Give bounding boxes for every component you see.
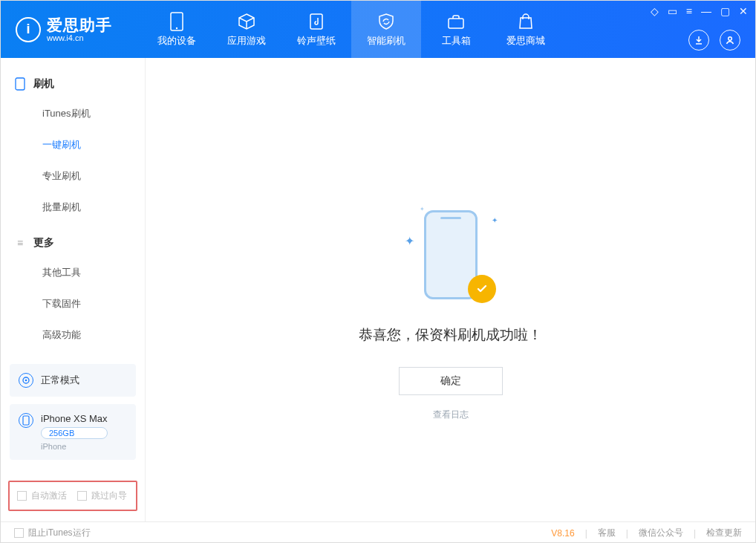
book-icon[interactable]: ▭ bbox=[668, 5, 677, 17]
sparkle-icon: ✦ bbox=[405, 234, 414, 248]
checkbox-auto-activate[interactable]: 自动激活 bbox=[17, 490, 67, 502]
checkbox-icon bbox=[77, 491, 87, 501]
section-title: 更多 bbox=[33, 236, 54, 250]
divider: | bbox=[626, 528, 628, 539]
sidebar-item-batch-flash[interactable]: 批量刷机 bbox=[1, 192, 145, 223]
mode-icon bbox=[19, 373, 33, 388]
maximize-button[interactable]: ▢ bbox=[720, 5, 730, 17]
checkbox-icon bbox=[14, 528, 24, 538]
device-subtype: iPhone bbox=[41, 442, 108, 451]
device-mode-card[interactable]: 正常模式 bbox=[10, 364, 136, 397]
device-capacity: 256GB bbox=[41, 427, 108, 439]
more-icon: ≡ bbox=[14, 237, 26, 249]
logo-icon: i bbox=[16, 17, 41, 42]
status-link-wechat[interactable]: 微信公众号 bbox=[639, 527, 683, 539]
svg-rect-8 bbox=[23, 416, 29, 425]
bag-icon bbox=[516, 12, 535, 31]
app-subtitle: www.i4.cn bbox=[47, 34, 112, 42]
tab-my-device[interactable]: 我的设备 bbox=[142, 1, 212, 58]
logo-text: 爱思助手 www.i4.cn bbox=[47, 17, 112, 42]
ok-button[interactable]: 确定 bbox=[399, 367, 503, 395]
version-label: V8.16 bbox=[551, 528, 574, 539]
checkbox-label: 阻止iTunes运行 bbox=[28, 527, 91, 539]
status-bar: 阻止iTunes运行 V8.16 | 客服 | 微信公众号 | 检查更新 bbox=[1, 521, 755, 543]
sidebar: 刷机 iTunes刷机 一键刷机 专业刷机 批量刷机 ≡ 更多 其他工具 下载固… bbox=[1, 58, 146, 521]
success-illustration: ✦ ✦ ✦ bbox=[400, 203, 501, 303]
sparkle-icon: ✦ bbox=[492, 216, 498, 224]
svg-point-7 bbox=[25, 380, 27, 382]
tab-label: 我的设备 bbox=[157, 34, 196, 48]
sidebar-item-advanced[interactable]: 高级功能 bbox=[1, 319, 145, 351]
svg-point-4 bbox=[729, 37, 732, 41]
tab-label: 应用游戏 bbox=[227, 34, 266, 48]
flash-options-highlight: 自动激活 跳过向导 bbox=[8, 481, 137, 511]
status-link-support[interactable]: 客服 bbox=[598, 527, 616, 539]
phone-small-icon bbox=[14, 78, 26, 90]
sidebar-item-other-tools[interactable]: 其他工具 bbox=[1, 257, 145, 288]
divider: | bbox=[585, 528, 587, 539]
checkbox-icon bbox=[17, 491, 27, 501]
view-log-link[interactable]: 查看日志 bbox=[433, 409, 469, 421]
sidebar-section-more: ≡ 更多 bbox=[1, 223, 145, 257]
tab-apps-games[interactable]: 应用游戏 bbox=[212, 1, 281, 58]
status-link-update[interactable]: 检查更新 bbox=[706, 527, 742, 539]
divider: | bbox=[694, 528, 696, 539]
tab-label: 工具箱 bbox=[442, 34, 471, 48]
refresh-shield-icon bbox=[377, 12, 396, 31]
logo-letter: i bbox=[26, 22, 30, 37]
tab-label: 铃声壁纸 bbox=[297, 34, 336, 48]
minimize-button[interactable]: — bbox=[701, 5, 711, 17]
download-button[interactable] bbox=[688, 30, 709, 51]
success-check-icon bbox=[468, 275, 496, 303]
device-name: iPhone XS Max bbox=[41, 413, 108, 424]
checkbox-skip-guide[interactable]: 跳过向导 bbox=[77, 490, 127, 502]
cube-icon bbox=[237, 12, 256, 31]
success-message: 恭喜您，保资料刷机成功啦！ bbox=[359, 325, 542, 345]
checkbox-label: 跳过向导 bbox=[91, 490, 127, 502]
tab-store[interactable]: 爱思商城 bbox=[491, 1, 561, 58]
close-button[interactable]: ✕ bbox=[739, 5, 748, 17]
svg-rect-5 bbox=[16, 78, 25, 90]
header-right-actions bbox=[688, 30, 740, 51]
toolbox-icon bbox=[446, 12, 466, 31]
shirt-icon[interactable]: ◇ bbox=[651, 5, 659, 17]
tab-ringtone-wallpaper[interactable]: 铃声壁纸 bbox=[281, 1, 351, 58]
sidebar-section-flash: 刷机 bbox=[1, 64, 145, 98]
logo: i 爱思助手 www.i4.cn bbox=[1, 1, 142, 58]
tab-smart-flash[interactable]: 智能刷机 bbox=[351, 1, 421, 58]
tab-label: 爱思商城 bbox=[506, 34, 545, 48]
device-card[interactable]: iPhone XS Max 256GB iPhone bbox=[10, 404, 136, 460]
svg-point-1 bbox=[176, 27, 177, 28]
app-header: i 爱思助手 www.i4.cn 我的设备 应用游戏 铃声壁纸 智能刷机 工具箱 bbox=[1, 1, 755, 58]
sidebar-item-download-firmware[interactable]: 下载固件 bbox=[1, 288, 145, 319]
device-icon bbox=[19, 413, 33, 428]
section-title: 刷机 bbox=[33, 77, 54, 91]
sidebar-item-oneclick-flash[interactable]: 一键刷机 bbox=[1, 129, 145, 160]
app-title: 爱思助手 bbox=[47, 17, 112, 33]
sparkle-icon: ✦ bbox=[420, 206, 425, 212]
main-tabs: 我的设备 应用游戏 铃声壁纸 智能刷机 工具箱 爱思商城 bbox=[142, 1, 561, 58]
phone-icon bbox=[167, 12, 186, 31]
checkbox-block-itunes[interactable]: 阻止iTunes运行 bbox=[14, 527, 91, 539]
account-button[interactable] bbox=[720, 30, 740, 51]
music-file-icon bbox=[307, 12, 326, 31]
svg-rect-3 bbox=[449, 19, 463, 28]
tab-toolbox[interactable]: 工具箱 bbox=[421, 1, 491, 58]
window-controls: ◇ ▭ ≡ — ▢ ✕ bbox=[651, 5, 748, 17]
device-mode-label: 正常模式 bbox=[41, 374, 79, 387]
checkbox-label: 自动激活 bbox=[31, 490, 67, 502]
list-icon[interactable]: ≡ bbox=[686, 5, 692, 17]
sidebar-item-pro-flash[interactable]: 专业刷机 bbox=[1, 160, 145, 192]
main-content: ✦ ✦ ✦ 恭喜您，保资料刷机成功啦！ 确定 查看日志 bbox=[146, 58, 755, 521]
tab-label: 智能刷机 bbox=[367, 34, 405, 48]
sidebar-item-itunes-flash[interactable]: iTunes刷机 bbox=[1, 98, 145, 129]
